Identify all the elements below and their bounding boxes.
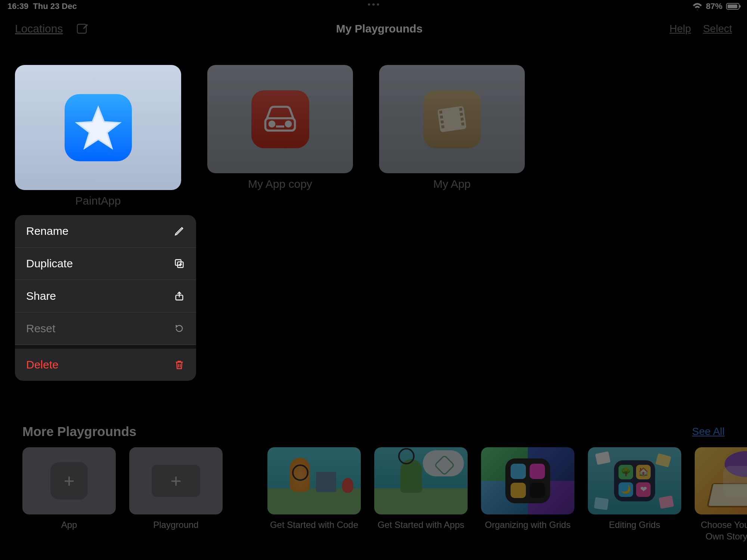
template-name: Get Started with Apps <box>378 519 464 542</box>
menu-item-label: Delete <box>26 358 59 371</box>
playground-card[interactable]: PaintApp <box>15 65 181 207</box>
status-date: Thu 23 Dec <box>33 1 77 11</box>
template-card[interactable]: Organizing with Grids <box>481 447 574 542</box>
svg-point-3 <box>286 122 291 127</box>
help-button[interactable]: Help <box>670 23 691 35</box>
multitask-dots[interactable] <box>368 3 379 6</box>
template-thumbnail <box>481 447 574 514</box>
menu-item-label: Rename <box>26 225 68 237</box>
reset-icon <box>174 323 185 334</box>
template-card[interactable]: Get Started with Apps <box>374 447 468 542</box>
status-time: 16:39 <box>7 1 28 11</box>
template-thumbnail <box>374 447 468 514</box>
more-playgrounds-section: More Playgrounds See All + App + Playgro… <box>0 410 747 560</box>
template-thumbnail: + <box>22 447 116 514</box>
svg-rect-0 <box>77 24 86 33</box>
svg-point-2 <box>269 122 274 127</box>
playground-thumbnail[interactable] <box>207 65 353 173</box>
page-title: My Playgrounds <box>89 22 669 35</box>
template-name: Get Started with Code <box>270 519 358 542</box>
plus-icon: + <box>152 465 200 497</box>
app-icon-car <box>251 90 309 148</box>
menu-item-duplicate[interactable]: Duplicate <box>15 248 196 280</box>
more-playgrounds-row[interactable]: + App + Playground Get Started with Code <box>22 447 747 542</box>
app-icon-star <box>65 94 132 161</box>
svg-rect-8 <box>441 125 444 128</box>
svg-rect-5 <box>439 111 443 114</box>
wifi-icon <box>692 3 702 10</box>
template-card-app[interactable]: + App <box>22 447 116 542</box>
template-name: Choose Your Own Story <box>695 519 747 542</box>
template-thumbnail: + <box>129 447 223 514</box>
context-menu: Rename Duplicate Share Reset Delete <box>15 215 196 381</box>
menu-item-rename[interactable]: Rename <box>15 215 196 248</box>
menu-item-share[interactable]: Share <box>15 280 196 312</box>
template-name: Playground <box>153 519 198 542</box>
svg-rect-10 <box>460 113 463 116</box>
playground-thumbnail[interactable] <box>15 65 181 190</box>
more-playgrounds-title: More Playgrounds <box>22 424 136 439</box>
status-bar: 16:39 Thu 23 Dec 87% <box>0 0 747 11</box>
playground-name: PaintApp <box>75 195 121 207</box>
svg-rect-7 <box>440 120 444 124</box>
battery-percent: 87% <box>706 1 722 11</box>
template-thumbnail: 🌳🏠🌙❤ <box>588 447 681 514</box>
svg-rect-6 <box>440 115 443 119</box>
playground-card[interactable]: My App <box>379 65 525 207</box>
menu-item-delete[interactable]: Delete <box>15 345 196 381</box>
battery-icon <box>726 3 740 10</box>
trash-icon <box>174 359 185 370</box>
select-button[interactable]: Select <box>703 23 732 35</box>
template-card[interactable]: 🌳🏠🌙❤ Editing Grids <box>588 447 681 542</box>
duplicate-icon <box>174 258 185 269</box>
menu-item-label: Share <box>26 290 56 302</box>
template-card[interactable]: Choose Your Own Story <box>695 447 747 542</box>
template-thumbnail <box>695 447 747 514</box>
template-name: Organizing with Grids <box>485 519 570 542</box>
playground-name: My App <box>433 178 471 190</box>
svg-rect-11 <box>461 118 464 121</box>
new-document-icon[interactable] <box>76 22 89 35</box>
template-name: Editing Grids <box>609 519 660 542</box>
app-icon-film <box>423 90 481 148</box>
menu-item-label: Duplicate <box>26 257 73 270</box>
svg-rect-9 <box>459 108 462 111</box>
pencil-icon <box>174 225 185 237</box>
plus-icon: + <box>50 462 88 500</box>
playground-name: My App copy <box>248 178 312 190</box>
see-all-button[interactable]: See All <box>692 426 725 438</box>
template-card-playground[interactable]: + Playground <box>129 447 223 542</box>
menu-item-reset: Reset <box>15 312 196 345</box>
nav-bar: Locations My Playgrounds Help Select <box>0 11 747 43</box>
menu-item-label: Reset <box>26 322 55 335</box>
svg-rect-12 <box>461 122 465 126</box>
locations-button[interactable]: Locations <box>15 22 63 35</box>
playground-thumbnail[interactable] <box>379 65 525 173</box>
template-name: App <box>61 519 77 542</box>
playgrounds-grid: PaintApp My App copy <box>0 43 747 207</box>
share-icon <box>174 290 185 302</box>
template-thumbnail <box>267 447 361 514</box>
template-card[interactable]: Get Started with Code <box>267 447 361 542</box>
playground-card[interactable]: My App copy <box>207 65 353 207</box>
